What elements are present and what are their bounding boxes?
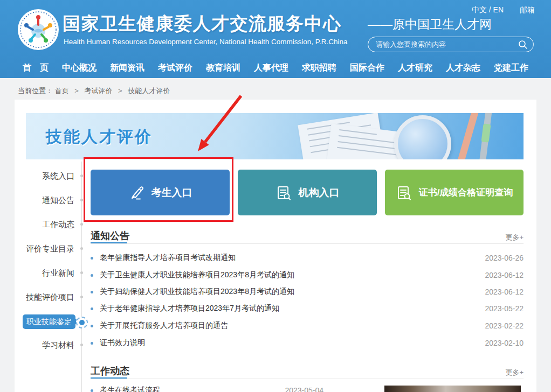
notice-list-item[interactable]: 证书效力说明 2023-02-10 — [91, 337, 524, 349]
search-box — [368, 37, 534, 52]
nav-item-jobs[interactable]: 求职招聘 — [302, 62, 336, 74]
bullet-icon — [91, 274, 93, 277]
search-icon[interactable] — [518, 40, 528, 50]
lang-switch-link[interactable]: 中文 / EN — [472, 5, 504, 15]
breadcrumb: 当前位置： 首页 > 考试评价 > 技能人才评价 — [18, 86, 170, 96]
site-title: 国家卫生健康委人才交流服务中心 — [63, 12, 342, 36]
sidebar-dot — [80, 296, 83, 298]
bullet-icon — [91, 257, 93, 260]
site-subtitle-en: Health Human Resources Development Cente… — [64, 38, 348, 46]
notices-divider — [91, 243, 524, 244]
work-news-section-title: 工作动态 — [91, 365, 129, 377]
work-news-more-link[interactable]: 更多+ — [505, 368, 524, 377]
notice-list-item[interactable]: 关于卫生健康人才职业技能培养项目2023年8月考试的通知 2023-06-12 — [91, 269, 524, 281]
bullet-icon — [91, 325, 93, 327]
mailbox-link[interactable]: 邮箱 — [520, 5, 535, 15]
notice-list-item[interactable]: 老年健康指导人才培养项目考试改期通知 2023-06-26 — [91, 252, 524, 264]
work-news-thumbnail[interactable] — [384, 386, 521, 392]
notices-more-link[interactable]: 更多+ — [505, 233, 524, 242]
main-nav: 首 页 中心概况 新闻资讯 考试评价 教育培训 人事代理 求职招聘 国际合作 人… — [0, 58, 551, 78]
work-news-divider — [91, 379, 524, 379]
breadcrumb-exam[interactable]: 考试评价 — [84, 87, 112, 95]
pencil-decoration — [456, 113, 479, 159]
certificate-query-button[interactable]: 证书/成绩合格证明查询 — [385, 170, 524, 215]
site-logo-icon — [17, 9, 59, 51]
nav-item-about[interactable]: 中心概况 — [62, 62, 97, 74]
sidebar-item-vocational-skill-active[interactable]: 职业技能鉴定 — [23, 314, 75, 329]
section-banner: 技能人才评价 — [26, 113, 524, 159]
nav-item-hr-agency[interactable]: 人事代理 — [254, 62, 288, 74]
notice-list-item[interactable]: 关于开展托育服务人才培养项目的通告 2023-02-22 — [91, 320, 524, 332]
breadcrumb-label: 当前位置： — [18, 87, 53, 95]
sidebar-item-notices[interactable]: 通知公告 — [16, 195, 74, 206]
breadcrumb-home[interactable]: 首页 — [55, 87, 69, 95]
bullet-icon — [91, 307, 93, 310]
certificate-query-label: 证书/成绩合格证明查询 — [419, 186, 513, 199]
organization-entry-label: 机构入口 — [299, 186, 340, 200]
magnifier-icon — [394, 115, 451, 159]
sidebar-item-catalog[interactable]: 评价专业目录 — [16, 243, 74, 254]
sidebar-item-skill-projects[interactable]: 技能评价项目 — [16, 292, 74, 303]
breadcrumb-current: 技能人才评价 — [128, 87, 170, 95]
sidebar-item-work-news[interactable]: 工作动态 — [16, 219, 74, 230]
sidebar-dot — [80, 247, 83, 250]
candidate-entry-label: 考生入口 — [151, 186, 192, 200]
nav-item-home[interactable]: 首 页 — [23, 62, 49, 74]
nav-item-party[interactable]: 党建工作 — [494, 62, 528, 74]
sidebar-item-industry-news[interactable]: 行业新闻 — [16, 268, 74, 278]
sidebar-active-marker — [76, 317, 88, 328]
notice-list-item[interactable]: 关于老年健康指导人才培养项目2023年7月考试的通知 2023-05-22 — [91, 303, 524, 314]
notice-list-item[interactable]: 关于妇幼保健人才职业技能培养项目2023年8月考试的通知 2023-06-12 — [91, 286, 524, 298]
bullet-icon — [91, 389, 93, 392]
sidebar-dot — [80, 174, 83, 177]
page: 国家卫生健康委人才交流服务中心 Health Human Resources D… — [0, 0, 551, 392]
doc-search-icon — [276, 185, 292, 201]
nav-item-intl[interactable]: 国际合作 — [350, 62, 384, 74]
sidebar-dot — [80, 223, 83, 226]
doc-search-icon — [396, 185, 412, 201]
header-top-links: 中文 / EN 邮箱 — [472, 5, 535, 15]
candidate-entry-button[interactable]: 考生入口 — [91, 170, 230, 215]
bullet-icon — [91, 342, 93, 345]
nav-item-news[interactable]: 新闻资讯 — [110, 62, 144, 74]
sidebar-divider — [81, 162, 82, 392]
pencil-icon — [128, 185, 144, 201]
sidebar-dot — [80, 344, 83, 346]
page-title: 技能人才评价 — [46, 126, 153, 148]
pen-decoration — [478, 113, 492, 159]
organization-entry-button[interactable]: 机构入口 — [238, 170, 377, 215]
nav-item-magazine[interactable]: 人才杂志 — [446, 62, 480, 74]
nav-item-research[interactable]: 人才研究 — [398, 62, 432, 74]
work-news-list-item[interactable]: 考生在线考试流程 2023-05-04 — [91, 384, 323, 392]
nav-item-training[interactable]: 教育培训 — [206, 62, 240, 74]
sidebar-item-system-entry[interactable]: 系统入口 — [16, 171, 74, 181]
search-input[interactable] — [368, 40, 518, 48]
sidebar-dot — [80, 199, 83, 201]
sidebar-item-study-materials[interactable]: 学习材料 — [16, 340, 74, 351]
bullet-icon — [91, 291, 93, 293]
notices-section-title: 通知公告 — [91, 229, 129, 242]
nav-item-exam[interactable]: 考试评价 — [158, 62, 192, 74]
sidebar-dot — [80, 271, 83, 274]
former-site-name: ——原中国卫生人才网 — [368, 16, 492, 33]
